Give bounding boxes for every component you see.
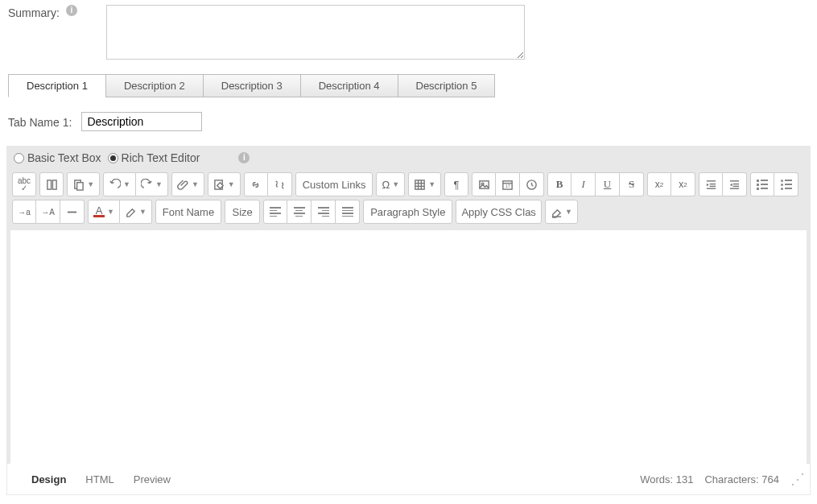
radio-rich-label: Rich Text Editor [122,151,200,164]
undo-button[interactable]: ▼ [103,172,136,196]
italic-button[interactable]: I [571,172,596,196]
tab-name-input[interactable] [81,112,202,131]
radio-rich-text[interactable] [108,153,118,163]
char-count: Characters: 764 [704,473,779,485]
editor-footer: Design HTML Preview Words: 131 Character… [7,464,810,494]
svg-rect-3 [77,182,84,189]
tab-description-5[interactable]: Description 5 [398,74,496,97]
attachment-button[interactable]: ▼ [171,172,204,196]
text-direction-alt-button[interactable]: →A [36,200,60,224]
resize-handle-icon[interactable]: ⋰ [790,470,802,488]
horizontal-rule-button[interactable] [60,200,85,224]
radio-basic-label: Basic Text Box [27,151,101,164]
text-direction-button[interactable]: →a [12,200,36,224]
redo-button[interactable]: ▼ [136,172,168,196]
view-tab-design[interactable]: Design [31,473,66,485]
edit-button[interactable]: ▼ [208,172,241,196]
svg-text:17: 17 [505,184,510,188]
strikethrough-button[interactable]: S [620,172,644,196]
paragraph-style-dropdown[interactable]: Paragraph Style [363,200,452,224]
date-button[interactable]: 17 [496,172,520,196]
find-button[interactable] [39,172,64,196]
align-right-button[interactable] [312,200,336,224]
tab-description-1[interactable]: Description 1 [8,74,106,97]
info-icon[interactable]: i [238,152,250,163]
underline-button[interactable]: U [596,172,620,196]
tab-description-4[interactable]: Description 4 [300,74,398,97]
summary-textarea[interactable] [106,5,525,60]
tab-name-label: Tab Name 1: [8,114,72,129]
editor-content-area[interactable] [10,230,807,464]
svg-rect-5 [415,180,424,188]
font-size-dropdown[interactable]: Size [225,200,260,224]
indent-button[interactable] [699,172,723,196]
custom-links-button[interactable]: Custom Links [295,172,373,196]
unordered-list-button[interactable] [750,172,774,196]
tab-description-3[interactable]: Description 3 [203,74,301,97]
font-name-dropdown[interactable]: Font Name [155,200,221,224]
outdent-button[interactable] [723,172,747,196]
highlight-color-button[interactable]: ▼ [120,200,152,224]
description-tabs: Description 1 Description 2 Description … [8,74,817,97]
tab-description-2[interactable]: Description 2 [105,74,204,97]
bold-button[interactable]: B [547,172,571,196]
format-eraser-button[interactable]: ▼ [545,200,578,224]
svg-rect-1 [52,180,56,188]
view-tab-html[interactable]: HTML [85,473,113,485]
rich-text-editor: Basic Text Box Rich Text Editor i abc✓ ▼… [6,146,811,495]
table-button[interactable]: ▼ [408,172,441,196]
spellcheck-button[interactable]: abc✓ [12,172,36,196]
view-tab-preview[interactable]: Preview [134,473,171,485]
radio-basic-text[interactable] [14,153,24,163]
superscript-button[interactable]: x2 [647,172,671,196]
subscript-button[interactable]: x2 [671,172,695,196]
word-count: Words: 131 [640,473,693,485]
ordered-list-button[interactable] [774,172,798,196]
align-justify-button[interactable] [336,200,360,224]
align-center-button[interactable] [287,200,312,224]
paste-button[interactable]: ▼ [67,172,100,196]
font-color-button[interactable]: A▼ [88,200,120,224]
symbol-button[interactable]: Ω▼ [376,172,405,196]
paragraph-mark-button[interactable]: ¶ [444,172,468,196]
info-icon[interactable]: i [66,5,77,16]
summary-label: Summary: [8,5,60,19]
time-button[interactable] [520,172,544,196]
svg-rect-0 [47,180,52,188]
image-button[interactable] [472,172,496,196]
link-button[interactable] [244,172,268,196]
align-left-button[interactable] [263,200,287,224]
css-class-dropdown[interactable]: Apply CSS Clas [456,200,541,224]
editor-toolbar: abc✓ ▼ ▼ ▼ ▼ ▼ Custom Links [7,169,810,230]
unlink-button[interactable] [268,172,292,196]
